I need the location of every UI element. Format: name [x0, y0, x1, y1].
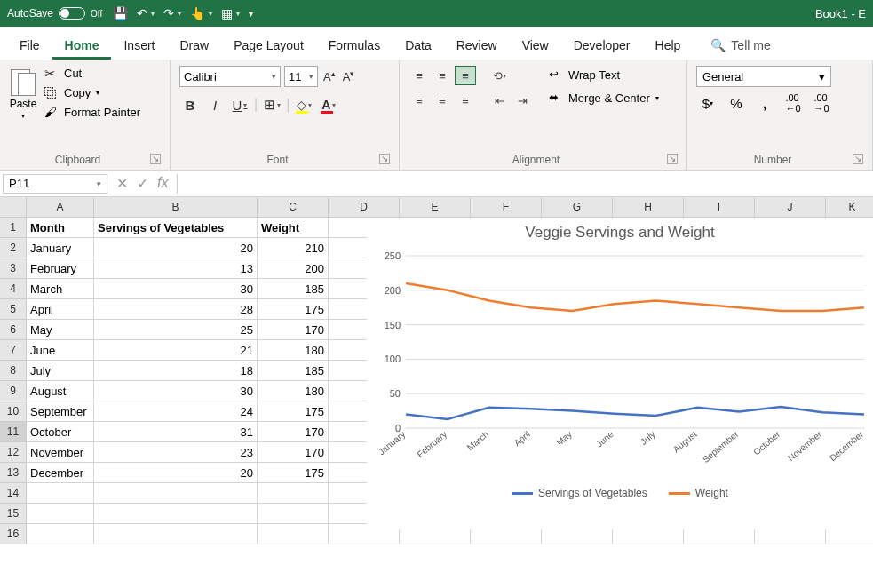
cell[interactable]: 24: [94, 401, 258, 422]
redo-icon[interactable]: ↷: [163, 6, 174, 20]
fx-icon[interactable]: fx: [157, 175, 168, 192]
cell[interactable]: [94, 483, 258, 504]
cell[interactable]: [258, 524, 329, 544]
cell[interactable]: 30: [94, 381, 258, 401]
cell[interactable]: 23: [94, 442, 258, 463]
row-header[interactable]: 12: [0, 442, 27, 463]
cell[interactable]: 175: [258, 401, 329, 422]
align-left-button[interactable]: ≡: [409, 91, 430, 110]
decrease-decimal-button[interactable]: .00→0: [810, 92, 833, 114]
cell[interactable]: 170: [258, 320, 329, 340]
row-header[interactable]: 11: [0, 422, 27, 442]
align-right-button[interactable]: ≡: [455, 91, 476, 110]
cell[interactable]: March: [27, 279, 94, 299]
cell[interactable]: January: [27, 238, 94, 258]
cancel-formula-icon[interactable]: ✕: [116, 175, 128, 192]
cell[interactable]: 210: [258, 238, 329, 258]
underline-button[interactable]: U▾: [229, 94, 250, 115]
cell[interactable]: June: [27, 340, 94, 361]
row-header[interactable]: 8: [0, 361, 27, 381]
autosave-toggle[interactable]: AutoSave Off: [7, 7, 102, 20]
cell[interactable]: Weight: [258, 218, 329, 238]
copy-button[interactable]: Copy ▾: [44, 85, 140, 99]
row-header[interactable]: 3: [0, 258, 27, 279]
cell[interactable]: 20: [94, 463, 258, 483]
column-header[interactable]: B: [94, 197, 258, 218]
align-middle-button[interactable]: ≡: [432, 66, 453, 85]
row-header[interactable]: 5: [0, 299, 27, 320]
column-header[interactable]: J: [755, 197, 826, 218]
name-box[interactable]: P11▾: [3, 174, 107, 194]
cell[interactable]: October: [27, 422, 94, 442]
cell[interactable]: 25: [94, 320, 258, 340]
tab-help[interactable]: Help: [643, 31, 694, 60]
cell[interactable]: 175: [258, 299, 329, 320]
cell[interactable]: 170: [258, 442, 329, 463]
increase-font-button[interactable]: A▴: [321, 69, 337, 83]
comma-format-button[interactable]: ,: [753, 92, 776, 114]
cell[interactable]: [94, 524, 258, 544]
accounting-format-button[interactable]: $ ▾: [696, 92, 719, 114]
row-header[interactable]: 9: [0, 381, 27, 401]
cell[interactable]: [27, 483, 94, 504]
format-painter-button[interactable]: Format Painter: [44, 105, 140, 119]
cut-button[interactable]: Cut: [44, 66, 140, 80]
save-icon[interactable]: 💾: [113, 6, 128, 20]
undo-icon[interactable]: ↶: [137, 6, 147, 20]
cell[interactable]: 21: [94, 340, 258, 361]
column-header[interactable]: K: [826, 197, 873, 218]
tab-insert[interactable]: Insert: [111, 31, 167, 60]
cell[interactable]: 28: [94, 299, 258, 320]
row-header[interactable]: 13: [0, 463, 27, 483]
column-header[interactable]: H: [613, 197, 684, 218]
tab-page-layout[interactable]: Page Layout: [221, 31, 316, 60]
cell[interactable]: 180: [258, 340, 329, 361]
percent-format-button[interactable]: %: [725, 92, 748, 114]
qat-customize-icon[interactable]: ▾: [249, 9, 253, 19]
row-header[interactable]: 16: [0, 524, 27, 544]
cell[interactable]: 185: [258, 279, 329, 299]
alignment-dialog-launcher[interactable]: ↘: [667, 154, 678, 164]
bold-button[interactable]: B: [179, 94, 201, 115]
cell[interactable]: 185: [258, 361, 329, 381]
number-format-combo[interactable]: General▾: [696, 66, 831, 87]
font-size-combo[interactable]: 11▾: [284, 66, 318, 87]
cell[interactable]: July: [27, 361, 94, 381]
increase-indent-button[interactable]: ⇥: [512, 91, 533, 110]
cell[interactable]: [27, 524, 94, 544]
font-dialog-launcher[interactable]: ↘: [379, 154, 390, 164]
tab-formulas[interactable]: Formulas: [316, 31, 393, 60]
fill-color-button[interactable]: ▾: [293, 94, 314, 115]
cell[interactable]: 30: [94, 279, 258, 299]
row-header[interactable]: 4: [0, 279, 27, 299]
cell[interactable]: [27, 504, 94, 524]
cell[interactable]: [258, 504, 329, 524]
row-header[interactable]: 10: [0, 401, 27, 422]
row-header[interactable]: 15: [0, 504, 27, 524]
align-center-button[interactable]: ≡: [432, 91, 453, 110]
cell[interactable]: Month: [27, 218, 94, 238]
row-header[interactable]: 6: [0, 320, 27, 340]
table-icon[interactable]: ▦: [221, 6, 233, 20]
cell[interactable]: April: [27, 299, 94, 320]
touch-mode-icon[interactable]: 👆: [190, 6, 205, 20]
cell[interactable]: 18: [94, 361, 258, 381]
merge-center-button[interactable]: Merge & Center ▾: [545, 89, 663, 107]
number-dialog-launcher[interactable]: ↘: [853, 154, 863, 164]
formula-input[interactable]: [177, 174, 873, 194]
tab-draw[interactable]: Draw: [167, 31, 221, 60]
tab-home[interactable]: Home: [52, 31, 112, 60]
tell-me-search[interactable]: 🔍 Tell me: [698, 31, 782, 60]
cell[interactable]: February: [27, 258, 94, 279]
tab-developer[interactable]: Developer: [561, 31, 643, 60]
cell[interactable]: 31: [94, 422, 258, 442]
cell[interactable]: 20: [94, 238, 258, 258]
cell[interactable]: December: [27, 463, 94, 483]
cell[interactable]: May: [27, 320, 94, 340]
decrease-indent-button[interactable]: ⇤: [488, 91, 510, 110]
row-header[interactable]: 7: [0, 340, 27, 361]
cell[interactable]: [94, 504, 258, 524]
embedded-chart[interactable]: Veggie Servings and Weight 0501001502002…: [367, 219, 873, 529]
cell[interactable]: Servings of Vegetables: [94, 218, 258, 238]
column-header[interactable]: C: [258, 197, 329, 218]
